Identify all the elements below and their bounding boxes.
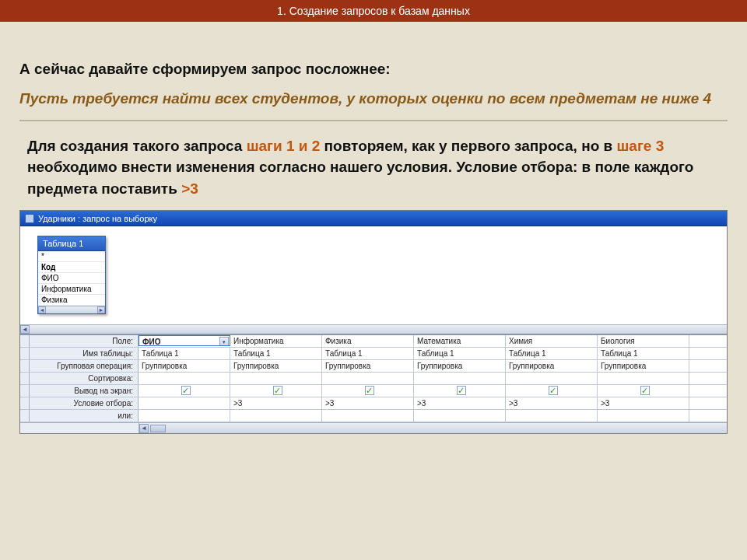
show-cell-2[interactable]: ✓ (322, 385, 414, 397)
field-cell-0-value: ФИО (142, 338, 161, 346)
scroll-track[interactable] (30, 325, 727, 334)
or-cell-4[interactable] (506, 410, 598, 422)
table-cell-5[interactable]: Таблица 1 (598, 348, 689, 359)
grid-hscroll[interactable]: ◄ (20, 422, 727, 433)
row-label-field: Поле: (30, 335, 139, 347)
checkbox-checked-icon[interactable]: ✓ (640, 386, 650, 395)
criteria-cell-5[interactable]: >3 (598, 397, 689, 409)
field-item-informatika[interactable]: Информатика (38, 284, 105, 295)
show-cell-3[interactable]: ✓ (414, 385, 506, 397)
group-cell-1[interactable]: Группировка (230, 360, 322, 372)
scroll-left-icon[interactable]: ◄ (20, 325, 30, 334)
sort-cell-0[interactable] (139, 373, 230, 384)
field-cell-0[interactable]: ФИО ▾ (139, 335, 230, 346)
sort-cell-1[interactable] (230, 373, 322, 384)
grid-row-sort: Сортировка: (20, 373, 727, 385)
table-widget-header[interactable]: Таблица 1 (38, 236, 105, 251)
criteria-cell-3[interactable]: >3 (414, 397, 506, 409)
row-label-criteria: Условие отбора: (30, 397, 139, 409)
tables-pane[interactable]: Таблица 1 * Код ФИО Информатика Физика ◄… (20, 226, 727, 335)
scroll-left-icon[interactable]: ◄ (38, 306, 46, 313)
slide-content: А сейчас давайте сформируем запрос посло… (0, 22, 747, 434)
row-label-show: Вывод на экран: (30, 385, 139, 397)
divider (19, 120, 728, 121)
chevron-down-icon[interactable]: ▾ (219, 337, 229, 346)
pane-hscroll[interactable]: ◄ (20, 324, 727, 334)
grid-row-or: или: (20, 410, 727, 422)
row-label-table: Имя таблицы: (30, 348, 139, 359)
table-cell-1[interactable]: Таблица 1 (230, 348, 322, 359)
show-cell-0[interactable]: ✓ (139, 385, 230, 397)
checkbox-checked-icon[interactable]: ✓ (273, 386, 282, 395)
row-selector[interactable] (20, 397, 30, 409)
sort-cell-5[interactable] (598, 373, 689, 384)
criteria-cell-1[interactable]: >3 (230, 397, 322, 409)
row-selector[interactable] (20, 385, 30, 397)
row-selector[interactable] (20, 335, 30, 347)
or-cell-5[interactable] (598, 410, 689, 422)
row-selector[interactable] (20, 360, 30, 372)
or-cell-2[interactable] (322, 410, 414, 422)
criteria-cell-2[interactable]: >3 (322, 397, 414, 409)
field-item-fizika[interactable]: Физика (38, 295, 105, 306)
show-cell-4[interactable]: ✓ (506, 385, 598, 397)
or-cell-3[interactable] (414, 410, 506, 422)
group-cell-2[interactable]: Группировка (322, 360, 414, 372)
field-cell-5[interactable]: Биология (598, 335, 689, 347)
table-cell-4[interactable]: Таблица 1 (506, 348, 598, 359)
group-cell-0[interactable]: Группировка (139, 360, 230, 372)
sort-cell-4[interactable] (506, 373, 598, 384)
grid-row-show: Вывод на экран: ✓ ✓ ✓ ✓ ✓ ✓ (20, 385, 727, 397)
group-cell-3[interactable]: Группировка (414, 360, 506, 372)
criteria-cell-0[interactable] (139, 397, 230, 409)
table-cell-0[interactable]: Таблица 1 (139, 348, 230, 359)
scroll-thumb[interactable] (150, 425, 166, 432)
field-item-kod[interactable]: Код (38, 262, 105, 273)
or-cell-1[interactable] (230, 410, 322, 422)
slide: 1. Создание запросов к базам данных А се… (0, 0, 747, 560)
sort-cell-3[interactable] (414, 373, 506, 384)
table-widget[interactable]: Таблица 1 * Код ФИО Информатика Физика ◄… (37, 236, 106, 314)
query-designer-window: Ударники : запрос на выборку Таблица 1 *… (19, 210, 728, 434)
row-selector[interactable] (20, 373, 30, 384)
table-field-list[interactable]: * Код ФИО Информатика Физика (38, 251, 105, 306)
field-cell-4[interactable]: Химия (506, 335, 598, 347)
table-cell-2[interactable]: Таблица 1 (322, 348, 414, 359)
grid-row-group: Групповая операция: Группировка Группиро… (20, 360, 727, 373)
checkbox-checked-icon[interactable]: ✓ (549, 386, 558, 395)
row-label-sort: Сортировка: (30, 373, 139, 384)
show-cell-5[interactable]: ✓ (598, 385, 689, 397)
field-cell-3[interactable]: Математика (414, 335, 506, 347)
checkbox-checked-icon[interactable]: ✓ (457, 386, 466, 395)
instr-text-2: повторяем, как у первого запроса, но в (320, 138, 616, 154)
group-cell-5[interactable]: Группировка (598, 360, 689, 372)
instr-text: Для создания такого запроса (27, 138, 247, 154)
instr-steps12: шаги 1 и 2 (247, 138, 321, 154)
field-item-fio[interactable]: ФИО (38, 273, 105, 284)
sort-cell-2[interactable] (322, 373, 414, 384)
window-titlebar[interactable]: Ударники : запрос на выборку (20, 211, 727, 226)
window-icon (25, 214, 34, 223)
field-cell-1[interactable]: Информатика (230, 335, 322, 347)
show-cell-1[interactable]: ✓ (230, 385, 322, 397)
window-title: Ударники : запрос на выборку (38, 214, 157, 223)
grid-row-field: Поле: ФИО ▾ Информатика Физика Математик… (20, 335, 727, 348)
grid-row-criteria: Условие отбора: >3 >3 >3 >3 >3 (20, 397, 727, 410)
query-grid: Поле: ФИО ▾ Информатика Физика Математик… (20, 335, 727, 433)
or-cell-0[interactable] (139, 410, 230, 422)
instr-step3: шаге 3 (617, 138, 665, 154)
scroll-right-icon[interactable]: ► (97, 306, 105, 313)
checkbox-checked-icon[interactable]: ✓ (181, 386, 191, 395)
checkbox-checked-icon[interactable]: ✓ (365, 386, 374, 395)
instructions: Для создания такого запроса шаги 1 и 2 п… (19, 135, 728, 200)
scroll-left-icon[interactable]: ◄ (139, 424, 149, 433)
table-cell-3[interactable]: Таблица 1 (414, 348, 506, 359)
group-cell-4[interactable]: Группировка (506, 360, 598, 372)
instr-gt3: >3 (181, 180, 198, 197)
criteria-cell-4[interactable]: >3 (506, 397, 598, 409)
row-selector[interactable] (20, 410, 30, 422)
field-item-star[interactable]: * (38, 251, 105, 262)
field-cell-2[interactable]: Физика (322, 335, 414, 347)
table-widget-hscroll[interactable]: ◄ ► (38, 306, 105, 313)
row-selector[interactable] (20, 348, 30, 359)
